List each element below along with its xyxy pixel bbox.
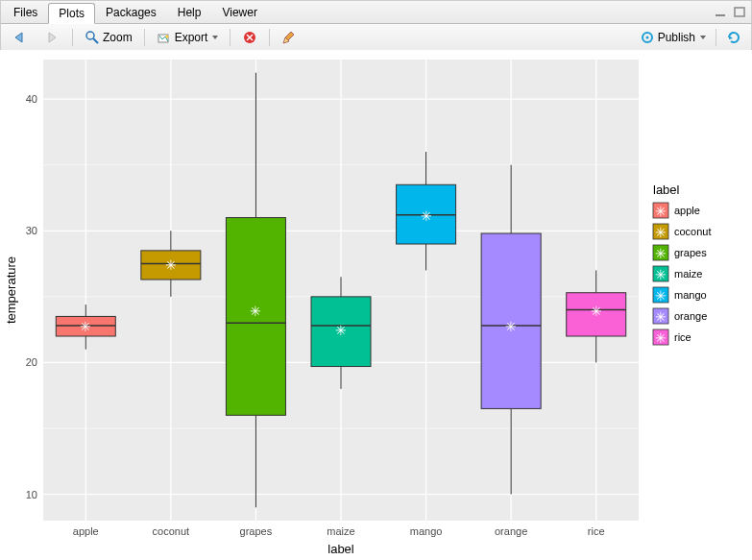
publish-label: Publish <box>658 31 695 44</box>
legend-label: apple <box>674 205 700 216</box>
clear-all-button[interactable] <box>278 28 301 47</box>
y-tick: 30 <box>26 225 37 236</box>
broom-icon <box>281 30 297 45</box>
zoom-label: Zoom <box>103 31 133 44</box>
svg-text:✳: ✳ <box>655 330 667 346</box>
separator <box>72 29 73 46</box>
forward-button[interactable] <box>39 28 64 47</box>
x-tick: mango <box>410 525 443 537</box>
y-tick: 40 <box>26 93 37 105</box>
export-button[interactable]: Export <box>153 28 223 47</box>
mean-marker: ✳ <box>591 304 602 319</box>
legend-label: grapes <box>674 247 707 258</box>
svg-text:✳: ✳ <box>655 267 667 282</box>
svg-text:✳: ✳ <box>655 288 667 304</box>
x-tick: coconut <box>153 525 190 537</box>
x-tick: apple <box>73 525 99 537</box>
chevron-down-icon <box>700 36 706 39</box>
svg-rect-1 <box>735 8 744 16</box>
publish-icon <box>640 30 655 45</box>
export-label: Export <box>175 31 208 44</box>
refresh-icon <box>726 30 741 45</box>
plot-area: 10203040applecoconutgrapesmaizemangooran… <box>0 50 752 560</box>
minimize-icon[interactable] <box>715 7 728 18</box>
mean-marker: ✳ <box>250 304 261 319</box>
svg-point-2 <box>86 32 94 39</box>
tab-packages[interactable]: Packages <box>95 2 167 23</box>
svg-text:✳: ✳ <box>655 246 667 261</box>
mean-marker: ✳ <box>505 319 517 334</box>
chevron-down-icon <box>212 36 218 39</box>
zoom-button[interactable]: Zoom <box>81 28 136 47</box>
zoom-icon <box>85 30 100 45</box>
mean-marker: ✳ <box>165 257 177 273</box>
y-tick: 20 <box>26 356 37 368</box>
x-tick: orange <box>495 525 527 537</box>
refresh-button[interactable] <box>722 28 745 47</box>
y-tick: 10 <box>26 489 37 500</box>
separator <box>269 29 270 46</box>
x-tick: rice <box>588 525 605 537</box>
x-tick: grapes <box>240 525 273 537</box>
separator <box>230 29 230 46</box>
publish-button[interactable]: Publish <box>636 28 710 47</box>
tab-plots[interactable]: Plots <box>48 3 95 24</box>
x-tick: maize <box>327 525 354 537</box>
svg-text:✳: ✳ <box>655 309 667 325</box>
legend-label: coconut <box>674 226 712 237</box>
boxplot-chart: 10203040applecoconutgrapesmaizemangooran… <box>0 50 750 558</box>
maximize-icon[interactable] <box>734 7 747 18</box>
x-axis-title: label <box>327 542 354 556</box>
svg-line-3 <box>93 38 98 43</box>
legend-label: rice <box>674 331 691 343</box>
y-axis-title: temperature <box>4 256 18 324</box>
mean-marker: ✳ <box>80 319 91 334</box>
mean-marker: ✳ <box>335 323 347 338</box>
legend-label: mango <box>674 289 707 301</box>
tab-help[interactable]: Help <box>167 2 212 23</box>
legend-title: label <box>653 183 680 197</box>
back-button[interactable] <box>7 28 32 47</box>
svg-text:✳: ✳ <box>655 204 667 219</box>
legend-label: orange <box>674 310 707 322</box>
remove-icon <box>242 30 257 45</box>
svg-text:✳: ✳ <box>655 225 667 240</box>
svg-point-10 <box>645 36 648 38</box>
separator <box>716 29 716 46</box>
tab-files[interactable]: Files <box>3 2 48 23</box>
separator <box>144 29 145 46</box>
svg-point-5 <box>165 35 168 37</box>
export-icon <box>157 30 172 45</box>
svg-rect-0 <box>716 14 725 16</box>
plots-toolbar: Zoom Export Publish <box>1 24 751 51</box>
tab-viewer[interactable]: Viewer <box>211 2 267 23</box>
legend-label: maize <box>674 268 702 280</box>
remove-plot-button[interactable] <box>238 28 261 47</box>
mean-marker: ✳ <box>421 208 432 224</box>
pane-tabs: Files Plots Packages Help Viewer <box>1 1 751 24</box>
